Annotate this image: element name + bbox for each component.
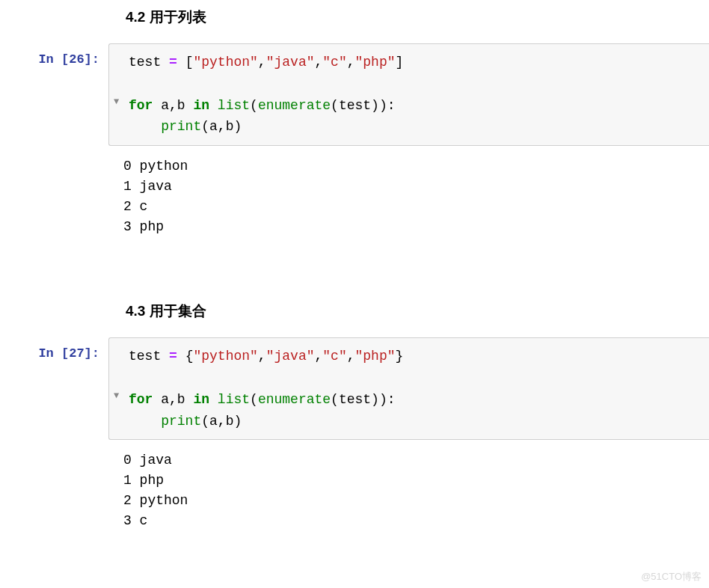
cell-output: 0 python 1 java 2 c 3 php [108,146,709,245]
code-line: print(a,b) [129,411,702,432]
prompt-number: 26 [69,52,84,67]
watermark: @51CTO博客 [641,570,702,584]
code-cell-27[interactable]: In [27]: test = {"python","java","c","ph… [0,337,709,539]
code-line: test = {"python","java","c","php"} [129,346,702,367]
code-line: print(a,b) [129,116,702,138]
prompt-prefix: In [ [38,346,69,361]
section-heading-4-2: 4.2 用于列表 [126,7,709,27]
spacer [0,249,709,294]
cell-input-row: In [27]: test = {"python","java","c","ph… [0,337,709,440]
input-prompt: In [27]: [0,337,108,361]
fold-arrow-icon[interactable]: ▼ [114,389,119,403]
cell-input-row: In [26]: test = ["python","java","c","ph… [0,43,709,146]
code-line: ▼for a,b in list(enumerate(test)): [129,95,702,117]
fold-arrow-icon[interactable]: ▼ [114,95,119,109]
section-heading-4-3: 4.3 用于集合 [126,301,709,321]
code-line-blank [129,367,702,389]
code-input-area[interactable]: test = ["python","java","c","php"] ▼for … [108,43,709,146]
code-cell-26[interactable]: In [26]: test = ["python","java","c","ph… [0,43,709,245]
code-line: ▼for a,b in list(enumerate(test)): [129,389,702,411]
prompt-suffix: ]: [85,346,99,361]
code-line: test = ["python","java","c","php"] [129,52,702,73]
prompt-prefix: In [ [38,52,69,67]
cell-output: 0 java 1 php 2 python 3 c [108,440,709,539]
input-prompt: In [26]: [0,43,108,67]
notebook-container: 4.2 用于列表 In [26]: test = ["python","java… [0,7,709,539]
prompt-suffix: ]: [85,52,99,67]
code-input-area[interactable]: test = {"python","java","c","php"} ▼for … [108,337,709,440]
code-line-blank [129,73,702,95]
prompt-number: 27 [69,346,84,361]
